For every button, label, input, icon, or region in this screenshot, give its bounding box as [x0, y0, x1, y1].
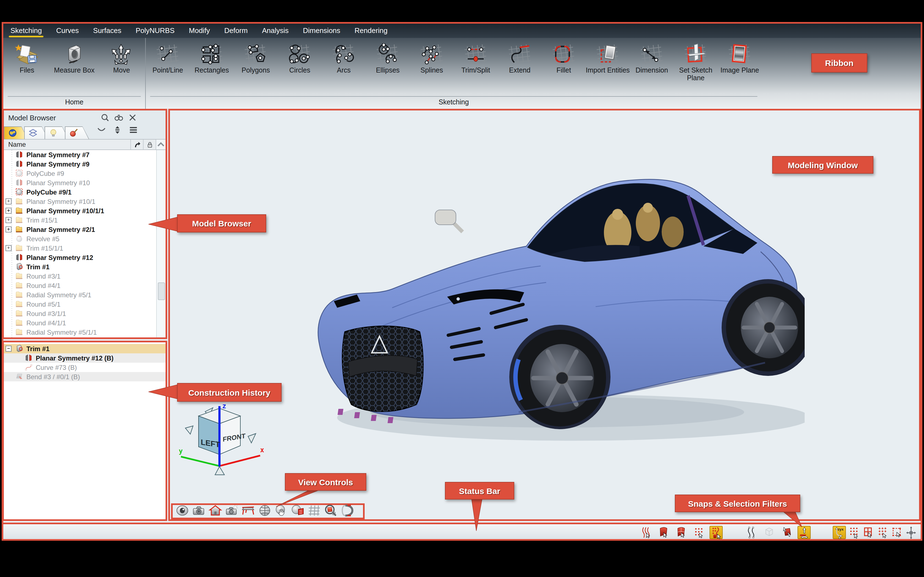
menu-tab-surfaces[interactable]: Surfaces	[86, 24, 129, 38]
snap-surface-button[interactable]	[657, 526, 670, 539]
camera-button[interactable]	[191, 504, 206, 519]
tool-dimension[interactable]: Dimension	[630, 40, 674, 96]
snap-curves-button[interactable]	[639, 526, 652, 539]
grid-toggle-button[interactable]	[307, 504, 322, 519]
browser-tab-material-tab[interactable]	[65, 126, 89, 139]
tool-set-sketch-plane[interactable]: Set Sketch Plane	[674, 40, 718, 96]
globe-rotate-button[interactable]	[257, 504, 272, 519]
tree-row[interactable]: +Planar Symmetry #10/1/1	[4, 206, 166, 215]
coords-zyx-button[interactable]: zyx	[833, 526, 846, 539]
pan-hand-button[interactable]	[274, 504, 289, 519]
menu-tab-rendering[interactable]: Rendering	[347, 24, 395, 38]
menu-tab-analysis[interactable]: Analysis	[255, 24, 296, 38]
tree-scrollbar[interactable]	[156, 150, 166, 339]
view-cube[interactable]: LEFT FRONT z x y	[176, 402, 265, 480]
tree-row[interactable]: Trim #1	[4, 262, 166, 271]
filter-direction-button[interactable]	[798, 526, 811, 539]
tree-row[interactable]: Radial Symmetry #5/1	[4, 290, 166, 300]
rotate-3d-button[interactable]	[340, 504, 355, 519]
viewcube-arrow-left[interactable]	[185, 426, 193, 434]
binoculars-button[interactable]	[115, 113, 123, 124]
tree-row[interactable]: +Trim #15/1/1	[4, 243, 166, 253]
lock-column[interactable]	[143, 140, 156, 150]
expander-plus[interactable]: +	[5, 217, 11, 223]
zoom-box-button[interactable]	[323, 504, 338, 519]
tool-rectangles[interactable]: Rectangles	[190, 40, 234, 96]
menu-tab-dimensions[interactable]: Dimensions	[296, 24, 347, 38]
front-wheel[interactable]	[509, 325, 611, 429]
filter-frame-button[interactable]	[861, 526, 874, 539]
history-row[interactable]: −Trim #1	[4, 344, 166, 353]
list-view-button[interactable]	[129, 125, 138, 137]
tool-image-plane[interactable]: Image Plane	[718, 40, 762, 96]
expander-minus[interactable]: −	[5, 346, 11, 352]
tree-row[interactable]: Planar Symmetry #10	[4, 178, 166, 187]
jump-arrow-column[interactable]	[130, 140, 143, 150]
expander-plus[interactable]: +	[5, 245, 11, 251]
scroll-up-button[interactable]	[156, 140, 166, 150]
menu-tab-modify[interactable]: Modify	[182, 24, 217, 38]
tree-row[interactable]: Planar Symmetry #7	[4, 150, 166, 160]
tree-row[interactable]: +Planar Symmetry #2/1	[4, 225, 166, 234]
sphere-plane-button[interactable]	[291, 504, 305, 519]
tree-row[interactable]: PolyCube #9/1	[4, 187, 166, 197]
history-row[interactable]: Planar Symmetry #12 (B)	[4, 353, 166, 363]
curve-arc-button[interactable]	[97, 125, 106, 137]
filter-solids-button[interactable]	[762, 526, 775, 539]
tree-row[interactable]: Round #5/1	[4, 300, 166, 309]
tree-row[interactable]: Planar Symmetry #12	[4, 253, 166, 262]
filter-curves-button[interactable]	[745, 526, 758, 539]
history-row[interactable]: Bend #3 / #0/1 (B)	[4, 372, 166, 381]
visibility-button[interactable]	[175, 504, 190, 519]
tree-row[interactable]: Radial Symmetry #5/1/1	[4, 327, 166, 337]
filter-grid-points-button[interactable]	[876, 526, 889, 539]
tree-row[interactable]: Planar Symmetry #9	[4, 160, 166, 169]
expander-plus[interactable]: +	[5, 208, 11, 214]
history-row[interactable]: Curve #73 (B)	[4, 363, 166, 372]
move-crosshair-button[interactable]	[904, 526, 918, 539]
tool-splines[interactable]: Splines	[410, 40, 454, 96]
tool-import-entities[interactable]: Import Entities	[586, 40, 630, 96]
snapshot-button[interactable]	[225, 504, 239, 519]
snap-curve-points-button[interactable]	[709, 526, 723, 539]
expander-plus[interactable]: +	[5, 226, 11, 232]
snap-surface-grid-button[interactable]	[674, 526, 688, 539]
tool-circles[interactable]: Circles	[278, 40, 322, 96]
tool-move[interactable]: Move	[98, 40, 145, 96]
perspective-table-button[interactable]	[241, 504, 256, 519]
snap-points-button[interactable]	[692, 526, 705, 539]
tool-fillet[interactable]: Fillet	[542, 40, 586, 96]
menu-tab-sketching[interactable]: Sketching	[3, 24, 49, 38]
scrollbar-thumb[interactable]	[158, 282, 165, 300]
tool-arcs[interactable]: Arcs	[322, 40, 366, 96]
tool-measure-box[interactable]: Measure Box	[51, 40, 98, 96]
tool-point-line[interactable]: Point/Line	[146, 40, 190, 96]
tree-row[interactable]: PolyCube #9	[4, 169, 166, 178]
filter-points-button[interactable]	[847, 526, 860, 539]
tree-row[interactable]: Round #4/1/1	[4, 318, 166, 327]
tool-trim-split[interactable]: Trim/Split	[454, 40, 498, 96]
tree-row[interactable]: Round #3/1	[4, 271, 166, 281]
filter-region-button[interactable]	[890, 526, 903, 539]
menu-tab-curves[interactable]: Curves	[49, 24, 86, 38]
tool-extend[interactable]: Extend	[498, 40, 542, 96]
tree-row[interactable]: +Planar Symmetry #10/1	[4, 197, 166, 206]
close-button[interactable]	[128, 113, 137, 124]
menu-tab-polynurbs[interactable]: PolyNURBS	[128, 24, 182, 38]
viewcube-arrow-right[interactable]	[248, 434, 256, 443]
tool-polygons[interactable]: Polygons	[234, 40, 278, 96]
tool-files[interactable]: Files	[3, 40, 51, 96]
tree-row[interactable]: Round #3/1/1	[4, 309, 166, 318]
filter-surface-arrows-button[interactable]	[780, 526, 793, 539]
tree-row[interactable]: +Trim #15/1	[4, 215, 166, 225]
viewcube-arrow-bottom[interactable]	[215, 467, 225, 475]
expander-plus[interactable]: +	[5, 198, 11, 205]
menu-tab-deform[interactable]: Deform	[217, 24, 255, 38]
tree-row[interactable]: Round #4/1	[4, 281, 166, 290]
side-mirror[interactable]	[435, 210, 462, 232]
home-view-button[interactable]	[208, 504, 223, 519]
sort-arrows-button[interactable]	[113, 125, 122, 137]
search-button[interactable]	[101, 113, 110, 124]
car-model[interactable]	[310, 164, 804, 450]
tree-row[interactable]: Revolve #5	[4, 234, 166, 243]
